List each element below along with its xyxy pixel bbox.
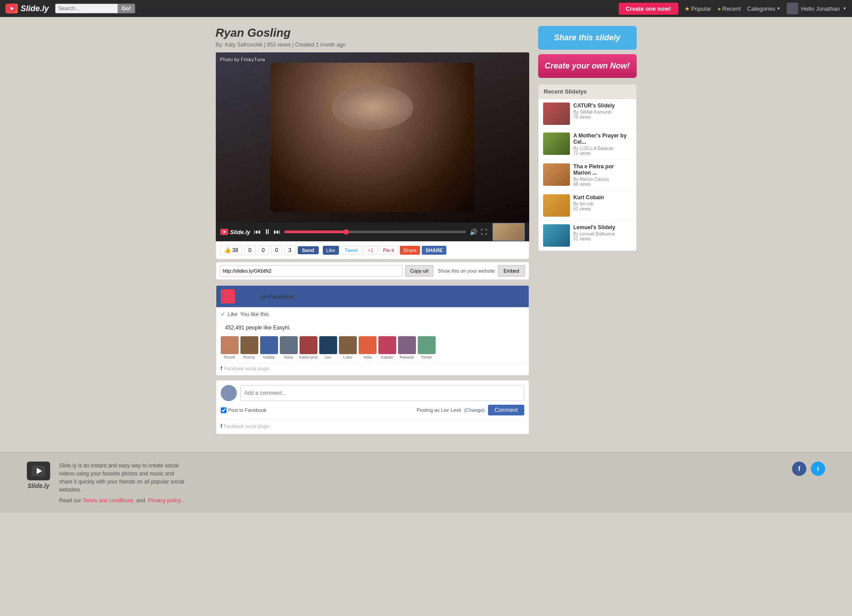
- facebook-social-link[interactable]: f: [792, 462, 806, 476]
- fb-avatars: Rozeli Ronny Nalida Ilona Katarzyna Leo …: [216, 334, 529, 363]
- fb-avatar[interactable]: Katalin: [378, 336, 396, 359]
- nav-categories[interactable]: Categories ▼: [747, 5, 781, 12]
- posting-as: Posting as Lior Levit (Change): [417, 407, 485, 413]
- logo-area[interactable]: Slide.ly: [5, 4, 49, 13]
- fb-avatar[interactable]: Ilona: [280, 336, 298, 359]
- post-to-facebook-checkbox[interactable]: Post to Facebook: [221, 407, 267, 413]
- footer-content: Slide.ly is an instant and easy way to c…: [59, 462, 184, 504]
- search-button[interactable]: Go!: [118, 4, 135, 13]
- footer-social: f t: [792, 462, 825, 476]
- next-button[interactable]: ⏭: [274, 228, 281, 236]
- recent-item[interactable]: A Mother's Prayer by Cel... By LUELLA Ba…: [539, 129, 636, 160]
- fb-avatar[interactable]: Katarzyna: [300, 336, 317, 359]
- footer-links: Read our Terms and conditions and Privac…: [59, 497, 184, 504]
- recent-item[interactable]: Lemuel's Slidely By Lemuel Balbuena 51 v…: [539, 221, 636, 251]
- url-input[interactable]: [220, 265, 402, 277]
- fb-you-like: You like this.: [240, 311, 270, 317]
- recent-header: Recent Slidelys: [539, 85, 636, 99]
- create-now-button[interactable]: Create one now!: [619, 3, 678, 15]
- player-section: Ryan Gosling By: Katy Safronchik | 953 v…: [216, 26, 529, 434]
- thumb-icon: 👍: [224, 247, 231, 253]
- search-area: Go!: [55, 4, 135, 13]
- search-input[interactable]: [55, 4, 118, 13]
- fb-social-plugin: f Facebook social plugin: [216, 363, 529, 375]
- send-button[interactable]: Send: [298, 246, 319, 254]
- nav-recent[interactable]: ● Recent: [717, 5, 741, 12]
- fb-people-count: 452,491 people like Easyhi.: [221, 325, 524, 333]
- twitter-social-link[interactable]: t: [811, 462, 825, 476]
- recent-item[interactable]: CATUR's Slidely By Siltifall Komuniti 75…: [539, 99, 636, 129]
- create-own-button[interactable]: Create your own Now!: [538, 54, 637, 78]
- copy-url-button[interactable]: Copy url: [405, 265, 433, 277]
- video-bg[interactable]: [216, 52, 529, 222]
- main-content: Ryan Gosling By: Katy Safronchik | 953 v…: [189, 17, 664, 443]
- comment-input[interactable]: [240, 385, 524, 401]
- fb-share-button[interactable]: SHARE: [422, 246, 446, 255]
- fb-avatar[interactable]: Leo: [319, 336, 337, 359]
- fb-social-plugin2: f Facebook social plugin: [221, 419, 524, 429]
- user-dropdown-icon[interactable]: ▼: [843, 6, 847, 11]
- avatar: [787, 3, 798, 14]
- pause-button[interactable]: ⏸: [264, 228, 271, 236]
- fb-widget-body: ✓ Like You like this.: [216, 308, 529, 321]
- url-section: Copy url Show this on your website Embed: [216, 262, 529, 280]
- commenter-avatar: [221, 385, 237, 401]
- terms-link[interactable]: Terms and conditions: [83, 497, 133, 504]
- social-actions: 👍 38 0 0 0 3 Send Like Tweet +1 Pin it S…: [216, 241, 529, 259]
- share-this-button[interactable]: Share this slidely: [538, 26, 637, 50]
- like-count[interactable]: 👍 38: [220, 245, 242, 255]
- embed-button[interactable]: Embed: [498, 265, 525, 277]
- header: Slide.ly Go! Create one now! ★ Popular ●…: [0, 0, 852, 17]
- fb-checkmark-icon: ✓: [221, 311, 225, 317]
- recent-item[interactable]: Kurt Cobain By tim rob 61 views: [539, 191, 636, 221]
- fb-avatar[interactable]: Rozeli: [221, 336, 239, 359]
- post-to-fb-checkbox[interactable]: [221, 407, 227, 413]
- count4[interactable]: 0: [271, 245, 282, 255]
- pin-button[interactable]: Pin it: [379, 246, 398, 255]
- footer-desc: Slide.ly is an instant and easy way to c…: [59, 462, 184, 494]
- recent-items: CATUR's Slidely By Siltifall Komuniti 75…: [539, 99, 636, 251]
- clock-icon: ●: [717, 5, 721, 12]
- prev-button[interactable]: ⏮: [254, 228, 261, 236]
- progress-bar[interactable]: [284, 231, 466, 233]
- fb-like-button[interactable]: Like: [323, 246, 339, 255]
- chevron-down-icon: ▼: [776, 6, 780, 11]
- thumbnail-strip: [492, 223, 525, 241]
- gplus-button[interactable]: +1: [364, 246, 377, 255]
- footer-logo: Slide.ly: [27, 462, 50, 489]
- volume-icon[interactable]: 🔊: [470, 228, 477, 235]
- recent-section: Recent Slidelys CATUR's Slidely By Silti…: [538, 84, 637, 251]
- fb-avatar[interactable]: Tomer: [418, 336, 436, 359]
- hello-user: Hello Jonathan ▼: [787, 3, 847, 14]
- count2[interactable]: 0: [244, 245, 256, 255]
- tweet-button[interactable]: Tweet: [341, 246, 362, 255]
- fb-avatar[interactable]: Lutro: [339, 336, 357, 359]
- fb-brand-thumb: [221, 289, 235, 304]
- fb-avatar[interactable]: Attila: [359, 336, 377, 359]
- progress-fill: [284, 231, 348, 233]
- fb-brand-name: Easyhi: [239, 293, 257, 300]
- count3[interactable]: 0: [258, 245, 269, 255]
- fullscreen-icon[interactable]: ⛶: [481, 228, 487, 235]
- show-on-website: Show this on your website: [438, 268, 495, 274]
- recent-item[interactable]: Tha e Pietra por Marion ... By Marion Ca…: [539, 160, 636, 191]
- footer-logo-text: Slide.ly: [27, 482, 49, 489]
- nav-popular[interactable]: ★ Popular: [685, 5, 711, 12]
- share-button[interactable]: Share: [400, 246, 420, 255]
- comment-button[interactable]: Comment: [488, 405, 524, 415]
- slidely-meta: By: Katy Safronchik | 953 views | Create…: [216, 42, 529, 48]
- change-link[interactable]: (Change): [464, 407, 485, 413]
- comment-footer: Post to Facebook Posting as Lior Levit (…: [221, 405, 524, 415]
- comment-row: [221, 385, 524, 401]
- slidely-title: Ryan Gosling: [216, 26, 529, 40]
- fb-avatar[interactable]: Nalida: [260, 336, 278, 359]
- star-icon: ★: [685, 5, 690, 12]
- count5[interactable]: 3: [284, 245, 295, 255]
- fb-avatar[interactable]: Reeeda: [398, 336, 416, 359]
- fb-avatar[interactable]: Ronny: [240, 336, 258, 359]
- playback-controls: ⏮ ⏸ ⏭: [254, 228, 281, 236]
- comment-section: Post to Facebook Posting as Lior Levit (…: [216, 380, 529, 434]
- fb-on-facebook: on Facebook: [261, 293, 294, 300]
- footer-logo-icon: [27, 462, 50, 480]
- privacy-link[interactable]: Privacy policy: [148, 497, 181, 504]
